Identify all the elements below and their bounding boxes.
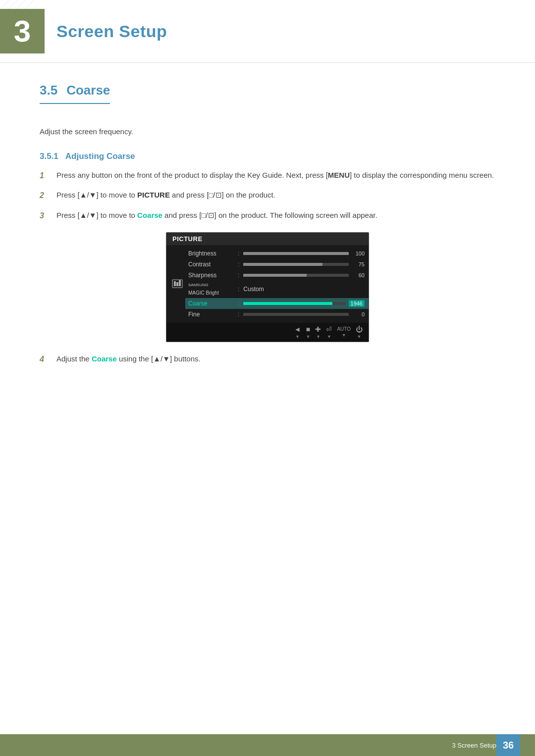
menu-row-sharpness: Sharpness : 60 bbox=[185, 270, 369, 281]
steps-list: 1 Press any button on the front of the p… bbox=[40, 169, 495, 222]
bar-brightness: 100 bbox=[243, 251, 365, 256]
step-2-text: Press [▲/▼] to move to PICTURE and press… bbox=[56, 189, 495, 202]
step-2: 2 Press [▲/▼] to move to PICTURE and pre… bbox=[40, 189, 495, 202]
value-magic-bright: Custom bbox=[243, 286, 264, 293]
label-magic-bright: SAMSUNGMAGIC Bright bbox=[188, 283, 238, 296]
svg-rect-5 bbox=[179, 280, 181, 286]
value-sharpness: 60 bbox=[352, 272, 365, 278]
step-1: 1 Press any button on the front of the p… bbox=[40, 169, 495, 182]
section-title-text: Coarse bbox=[66, 83, 110, 98]
bar-coarse: 1946 bbox=[243, 300, 365, 307]
menu-left-icon bbox=[166, 248, 185, 319]
step-2-num: 2 bbox=[40, 189, 52, 202]
bar-contrast: 75 bbox=[243, 261, 365, 267]
btn-plus: ✚▼ bbox=[315, 325, 321, 339]
svg-rect-3 bbox=[174, 281, 176, 286]
btn-back: ◄▼ bbox=[294, 325, 301, 339]
bar-magic-bright: Custom bbox=[243, 286, 365, 293]
footer-section-label: 3 Screen Setup bbox=[452, 742, 496, 749]
value-contrast: 75 bbox=[352, 261, 365, 267]
step-1-text: Press any button on the front of the pro… bbox=[56, 169, 495, 182]
bar-fine: 0 bbox=[243, 311, 365, 317]
btn-auto: AUTO▼ bbox=[337, 326, 351, 338]
menu-row-fine: Fine : 0 bbox=[185, 309, 369, 320]
subsection-title-text: Adjusting Coarse bbox=[65, 151, 135, 161]
menu-row-coarse: Coarse : 1946 bbox=[185, 298, 369, 309]
btn-power: ⏻▼ bbox=[356, 325, 363, 339]
chapter-title: Screen Setup bbox=[56, 22, 167, 41]
step-4-coarse-label: Coarse bbox=[92, 354, 117, 363]
section-description: Adjust the screen frequency. bbox=[40, 126, 495, 138]
step-3-num: 3 bbox=[40, 209, 52, 222]
menu-row-brightness: Brightness : 100 bbox=[185, 248, 369, 259]
value-brightness: 100 bbox=[352, 251, 365, 256]
label-coarse: Coarse bbox=[188, 300, 238, 307]
value-coarse: 1946 bbox=[349, 300, 365, 307]
menu-body: Brightness : 100 Contrast : 75 bbox=[166, 245, 369, 322]
label-brightness: Brightness bbox=[188, 250, 238, 257]
section-heading: 3.5Coarse bbox=[40, 83, 110, 104]
monitor-inner: PICTURE Brightness : bbox=[166, 233, 369, 341]
step-4-text: Adjust the Coarse using the [▲/▼] button… bbox=[56, 353, 495, 365]
step-4-num: 4 bbox=[40, 353, 52, 366]
menu-row-magic-bright: SAMSUNGMAGIC Bright : Custom bbox=[185, 281, 369, 298]
btn-minus: ■▼ bbox=[306, 325, 310, 339]
subsection-number: 3.5.1 bbox=[40, 151, 58, 161]
label-fine: Fine bbox=[188, 311, 238, 318]
label-contrast: Contrast bbox=[188, 261, 238, 268]
chapter-number-box: 3 bbox=[0, 9, 45, 53]
monitor-screenshot: PICTURE Brightness : bbox=[166, 232, 369, 342]
monitor-bottom-bar: ◄▼ ■▼ ✚▼ ⏎▼ AUTO▼ ⏻▼ bbox=[166, 323, 369, 342]
chapter-number: 3 bbox=[14, 16, 31, 47]
menu-row-contrast: Contrast : 75 bbox=[185, 259, 369, 270]
section-number: 3.5 bbox=[40, 83, 57, 98]
step-1-num: 1 bbox=[40, 169, 52, 182]
footer: 3 Screen Setup 36 bbox=[0, 734, 535, 756]
subsection-heading: 3.5.1Adjusting Coarse bbox=[40, 151, 135, 161]
step-3: 3 Press [▲/▼] to move to Coarse and pres… bbox=[40, 209, 495, 222]
value-fine: 0 bbox=[352, 311, 365, 317]
label-sharpness: Sharpness bbox=[188, 272, 238, 279]
menu-title: PICTURE bbox=[166, 233, 369, 245]
svg-rect-4 bbox=[176, 282, 178, 286]
main-content: 3.5Coarse Adjust the screen frequency. 3… bbox=[0, 63, 535, 405]
menu-items: Brightness : 100 Contrast : 75 bbox=[185, 248, 369, 319]
footer-page-number: 36 bbox=[496, 734, 520, 756]
step-4: 4 Adjust the Coarse using the [▲/▼] butt… bbox=[40, 353, 495, 366]
step-3-text: Press [▲/▼] to move to Coarse and press … bbox=[56, 209, 495, 222]
header: 3 Screen Setup bbox=[0, 0, 535, 63]
bar-sharpness: 60 bbox=[243, 272, 365, 278]
btn-enter: ⏎▼ bbox=[326, 325, 332, 339]
